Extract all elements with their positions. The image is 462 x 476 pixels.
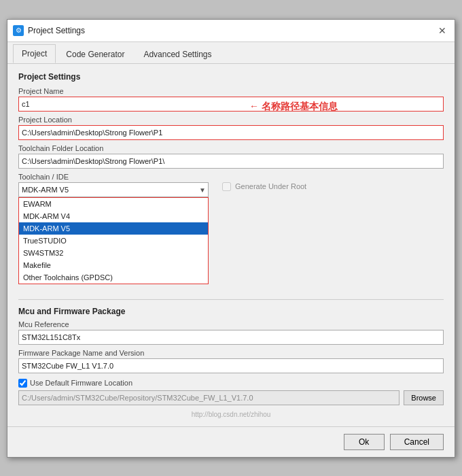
generate-under-root-label: Generate Under Root xyxy=(235,182,306,190)
dropdown-item-mdkarmv5[interactable]: MDK-ARM V5 xyxy=(19,222,208,235)
toolchain-select-container: MDK-ARM V5 ▼ EWARM MDK-ARM V4 MDK-ARM V5… xyxy=(18,182,209,197)
dropdown-item-makefile[interactable]: Makefile xyxy=(19,259,208,271)
use-default-firmware-checkbox[interactable] xyxy=(18,379,27,388)
use-default-firmware-row: Use Default Firmware Location xyxy=(18,379,444,388)
dropdown-item-ewarm[interactable]: EWARM xyxy=(19,198,208,210)
dropdown-item-other[interactable]: Other Toolchains (GPDSC) xyxy=(19,271,208,284)
toolchain-folder-label: Toolchain Folder Location xyxy=(18,144,444,152)
toolchain-ide-label: Toolchain / IDE xyxy=(18,173,444,181)
close-button[interactable]: ✕ xyxy=(436,24,449,37)
tab-project[interactable]: Project xyxy=(13,44,56,63)
window-icon: ⚙ xyxy=(13,25,24,36)
toolchain-dropdown: EWARM MDK-ARM V4 MDK-ARM V5 TrueSTUDIO S… xyxy=(18,197,209,284)
firmware-location-input[interactable] xyxy=(18,390,399,405)
project-settings-window: ⚙ Project Settings ✕ Project Code Genera… xyxy=(7,19,455,458)
mcu-section-title: Mcu and Firmware Package xyxy=(18,307,444,316)
project-settings-title: Project Settings xyxy=(18,72,444,82)
ok-button[interactable]: Ok xyxy=(344,434,385,450)
tab-advanced-settings[interactable]: Advanced Settings xyxy=(135,45,220,63)
annotation-label: ← 名称路径基本信息 xyxy=(249,101,338,113)
mcu-reference-label: Mcu Reference xyxy=(18,320,444,328)
toolchain-row: MDK-ARM V5 ▼ EWARM MDK-ARM V4 MDK-ARM V5… xyxy=(18,182,444,197)
project-name-input[interactable] xyxy=(18,97,444,112)
dropdown-item-sw4stm32[interactable]: SW4STM32 xyxy=(19,247,208,259)
watermark: http://blog.csdn.net/zhihou xyxy=(18,411,444,418)
firmware-package-input[interactable] xyxy=(18,358,444,373)
section-divider xyxy=(18,299,444,300)
toolchain-select[interactable]: MDK-ARM V5 xyxy=(18,182,209,197)
project-name-label: Project Name xyxy=(18,87,444,95)
use-default-firmware-label[interactable]: Use Default Firmware Location xyxy=(18,379,444,388)
dropdown-item-mdkarmv4[interactable]: MDK-ARM V4 xyxy=(19,210,208,222)
toolchain-folder-input[interactable] xyxy=(18,154,444,169)
tab-bar: Project Code Generator Advanced Settings xyxy=(7,42,455,64)
firmware-location-row: Browse xyxy=(18,390,444,405)
firmware-package-label: Firmware Package Name and Version xyxy=(18,349,444,357)
cancel-button[interactable]: Cancel xyxy=(390,434,444,450)
mcu-reference-input[interactable] xyxy=(18,330,444,345)
project-location-input[interactable] xyxy=(18,125,444,140)
window-title: Project Settings xyxy=(28,26,85,35)
footer-bar: Ok Cancel xyxy=(7,426,455,457)
main-content: Project Settings Project Name Project Lo… xyxy=(7,64,455,426)
generate-under-root-container: Generate Under Root xyxy=(222,182,306,191)
title-bar-left: ⚙ Project Settings xyxy=(13,25,85,36)
browse-button[interactable]: Browse xyxy=(404,390,444,405)
title-bar: ⚙ Project Settings ✕ xyxy=(7,20,455,42)
dropdown-item-truestudio[interactable]: TrueSTUDIO xyxy=(19,235,208,247)
tab-code-generator[interactable]: Code Generator xyxy=(57,45,133,63)
project-location-label: Project Location xyxy=(18,116,444,124)
generate-under-root-checkbox[interactable] xyxy=(222,182,231,191)
